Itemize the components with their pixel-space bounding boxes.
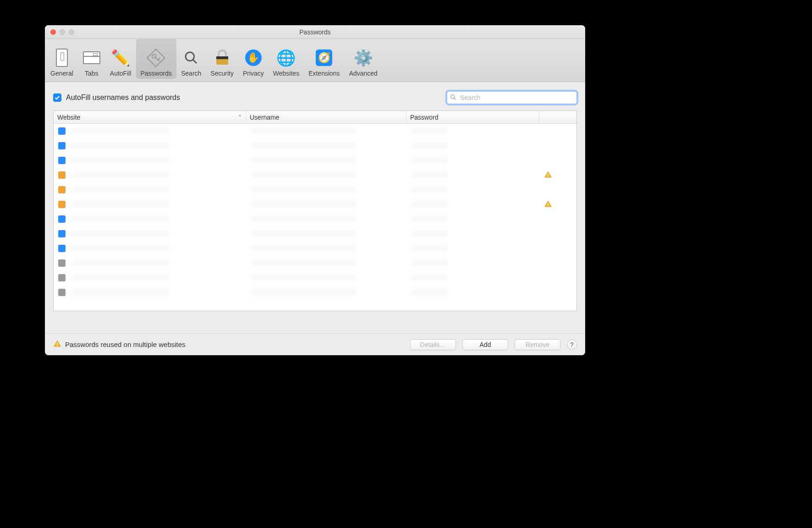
cell-username [246, 245, 406, 252]
cell-username [246, 216, 406, 222]
redacted-password [411, 172, 448, 178]
table-body[interactable] [54, 124, 576, 311]
redacted-website [69, 260, 170, 266]
column-username[interactable]: Username [246, 111, 406, 123]
search-input[interactable] [459, 94, 574, 102]
cell-username [246, 157, 406, 164]
table-row[interactable] [54, 124, 576, 138]
redacted-username [251, 245, 357, 252]
pencil-icon: ✏️ [111, 49, 130, 67]
window-tabs-icon [82, 49, 101, 67]
cell-password [406, 143, 539, 149]
redacted-website [69, 245, 170, 252]
tab-websites-label: Websites [273, 70, 299, 79]
favicon-icon [58, 171, 66, 179]
tab-general[interactable]: General [46, 38, 78, 79]
column-website-label: Website [57, 114, 80, 121]
cell-username [246, 172, 406, 178]
cell-username [246, 275, 406, 281]
redacted-password [411, 187, 448, 193]
hand-icon: ✋ [244, 49, 263, 67]
tab-tabs[interactable]: Tabs [78, 38, 105, 79]
svg-line-5 [454, 98, 456, 99]
warning-triangle-icon [544, 170, 552, 180]
search-field[interactable] [447, 91, 577, 104]
table-row[interactable] [54, 270, 576, 285]
redacted-username [251, 231, 357, 237]
table-row[interactable] [54, 168, 576, 182]
cell-username [246, 128, 406, 134]
cell-website [54, 186, 246, 193]
search-icon [450, 94, 459, 102]
table-row[interactable] [54, 138, 576, 153]
details-button[interactable]: Details… [410, 339, 456, 350]
panel-top-row: AutoFill usernames and passwords [53, 91, 577, 104]
redacted-password [411, 231, 448, 237]
cell-password [406, 187, 539, 193]
redacted-website [69, 157, 170, 164]
cell-password [406, 231, 539, 237]
redacted-password [411, 157, 448, 164]
table-row[interactable] [54, 256, 576, 270]
table-header: Website ⌃ Username Password [54, 111, 576, 124]
redacted-username [251, 143, 357, 149]
add-button[interactable]: Add [462, 339, 508, 350]
svg-rect-10 [57, 343, 58, 345]
tab-search-label: Search [181, 70, 201, 79]
redacted-website [69, 231, 170, 237]
magnifier-icon [182, 49, 200, 67]
table-row[interactable] [54, 212, 576, 226]
tab-extensions[interactable]: 🧭 Extensions [304, 38, 344, 79]
redacted-password [411, 260, 448, 266]
minimize-window-button[interactable] [60, 29, 65, 35]
column-website[interactable]: Website ⌃ [54, 111, 246, 123]
autofill-checkbox-row[interactable]: AutoFill usernames and passwords [53, 94, 180, 102]
column-status [539, 111, 571, 123]
table-row[interactable] [54, 241, 576, 256]
table-row[interactable] [54, 197, 576, 212]
redacted-username [251, 275, 357, 281]
zoom-window-button[interactable] [69, 29, 74, 35]
svg-rect-7 [548, 176, 549, 177]
table-row[interactable] [54, 285, 576, 300]
tab-security[interactable]: Security [206, 38, 238, 79]
svg-point-4 [451, 94, 455, 98]
tab-passwords[interactable]: ⚿ Passwords [136, 38, 176, 79]
cell-password [406, 245, 539, 252]
cell-password [406, 216, 539, 222]
checkbox-checked-icon [53, 94, 61, 102]
cell-website [54, 142, 246, 149]
sort-ascending-icon: ⌃ [238, 114, 242, 120]
key-icon: ⚿ [143, 45, 169, 71]
redacted-username [251, 172, 357, 178]
close-window-button[interactable] [50, 29, 56, 35]
help-button[interactable]: ? [567, 340, 577, 350]
cell-password [406, 289, 539, 296]
reused-passwords-warning-label: Passwords reused on multiple websites [65, 341, 186, 348]
svg-rect-6 [548, 173, 549, 176]
tab-websites[interactable]: 🌐 Websites [269, 38, 304, 79]
column-password[interactable]: Password [406, 111, 539, 123]
tab-autofill[interactable]: ✏️ AutoFill [105, 38, 136, 79]
compass-icon: 🧭 [315, 49, 333, 67]
redacted-website [69, 143, 170, 149]
favicon-icon [58, 201, 66, 208]
table-row[interactable] [54, 182, 576, 197]
svg-rect-9 [548, 205, 549, 206]
remove-button[interactable]: Remove [515, 339, 560, 350]
cell-website [54, 274, 246, 281]
favicon-icon [58, 245, 66, 252]
tab-privacy[interactable]: ✋ Privacy [238, 38, 269, 79]
table-row[interactable] [54, 153, 576, 168]
cell-status [539, 170, 571, 180]
svg-point-0 [186, 52, 194, 61]
tab-search[interactable]: Search [176, 38, 206, 79]
tab-advanced-label: Advanced [349, 70, 378, 79]
favicon-icon [58, 157, 66, 164]
redacted-username [251, 157, 357, 164]
favicon-icon [58, 127, 66, 135]
tab-advanced[interactable]: ⚙️ Advanced [345, 38, 382, 79]
table-row[interactable] [54, 226, 576, 241]
tab-extensions-label: Extensions [308, 70, 340, 79]
cell-password [406, 201, 539, 208]
